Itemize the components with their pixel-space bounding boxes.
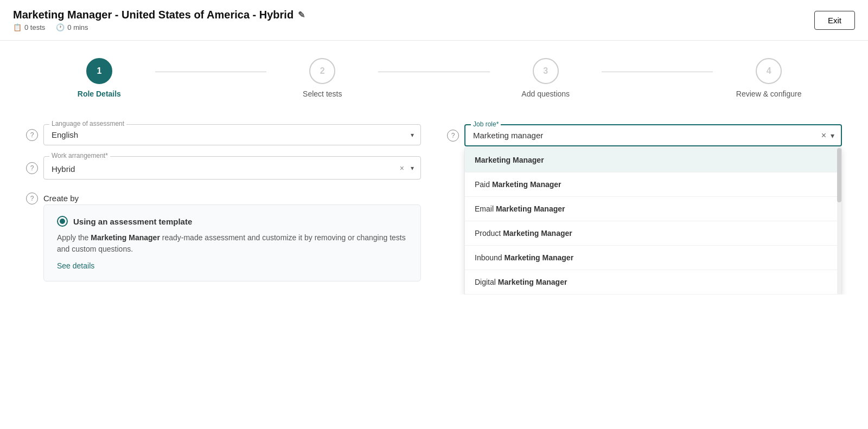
dropdown-item-2[interactable]: Paid Marketing Manager	[465, 172, 841, 197]
language-select[interactable]: English	[52, 128, 413, 139]
step-2-number: 2	[320, 66, 325, 76]
language-help-icon[interactable]: ?	[26, 129, 38, 141]
connector-2-3	[378, 72, 490, 72]
dropdown-item-6[interactable]: Digital Marketing Manager	[465, 270, 841, 294]
item-5-bold: Marketing Manager	[505, 253, 574, 262]
step-4[interactable]: 4 Review & configure	[713, 58, 825, 98]
help-icon-text-2: ?	[30, 164, 34, 172]
step-4-number: 4	[767, 66, 771, 76]
work-arrangement-row: ? Work arrangement* Hybrid × ▾	[26, 156, 421, 180]
item-4-bold: Marketing Manager	[503, 229, 572, 238]
language-label: Language of assessment	[49, 120, 126, 127]
item-6-prefix: Digital	[475, 278, 498, 286]
step-1[interactable]: 1 Role Details	[43, 58, 155, 98]
create-by-row: ? Create by	[26, 193, 421, 204]
template-label: Using an assessment template	[73, 217, 192, 226]
edit-title-icon[interactable]: ✎	[298, 10, 305, 20]
help-icon-text: ?	[30, 131, 34, 139]
step-1-number: 1	[97, 66, 101, 76]
item-2-prefix: Paid	[475, 180, 492, 189]
dropdown-item-4[interactable]: Product Marketing Manager	[465, 221, 841, 246]
header-meta: 📋 0 tests 🕐 0 mins	[13, 23, 305, 31]
item-6-bold: Marketing Manager	[498, 278, 567, 286]
tests-count-label: 0 tests	[24, 23, 45, 31]
step-3[interactable]: 3 Add questions	[490, 58, 602, 98]
step-1-label: Role Details	[78, 89, 121, 98]
job-role-clear-icon[interactable]: ×	[821, 131, 826, 140]
work-help-icon[interactable]: ?	[26, 162, 38, 174]
scrollbar-track	[837, 148, 841, 294]
template-card: Using an assessment template Apply the M…	[43, 204, 421, 281]
step-1-circle: 1	[86, 58, 112, 84]
help-icon-text-4: ?	[451, 132, 455, 139]
scrollbar-thumb[interactable]	[837, 148, 841, 202]
create-by-label: Create by	[43, 193, 79, 203]
step-2[interactable]: 2 Select tests	[266, 58, 378, 98]
job-role-dropdown: Marketing Manager Paid Marketing Manager…	[464, 148, 842, 294]
step-3-number: 3	[543, 66, 548, 76]
tests-count: 📋 0 tests	[13, 23, 45, 31]
step-3-circle: 3	[533, 58, 559, 84]
job-role-field: Job role* × ▾	[464, 124, 842, 146]
tests-icon: 📋	[13, 23, 22, 31]
clock-icon: 🕐	[56, 23, 65, 31]
left-column: ? Language of assessment English ▾ ? Wor…	[26, 124, 421, 281]
dropdown-item-5[interactable]: Inbound Marketing Manager	[465, 246, 841, 270]
work-arrangement-label: Work arrangement*	[49, 152, 110, 159]
header-left: Marketing Manager - United States of Ame…	[13, 9, 305, 31]
dropdown-item-1[interactable]: Marketing Manager	[465, 148, 841, 172]
template-description: Apply the Marketing Manager ready-made a…	[57, 232, 407, 255]
desc-prefix: Apply the	[57, 233, 91, 242]
page-header: Marketing Manager - United States of Ame…	[0, 0, 868, 41]
job-role-actions: × ▾	[821, 131, 834, 140]
connector-3-4	[602, 72, 713, 72]
duration-label: 0 mins	[67, 23, 88, 31]
language-row: ? Language of assessment English ▾	[26, 124, 421, 145]
item-2-bold: Marketing Manager	[492, 180, 561, 189]
item-5-prefix: Inbound	[475, 253, 505, 262]
step-2-circle: 2	[309, 58, 335, 84]
exit-button[interactable]: Exit	[814, 11, 855, 30]
item-4-prefix: Product	[475, 229, 503, 238]
work-arrangement-field: Work arrangement* Hybrid × ▾	[43, 156, 421, 180]
job-role-dropdown-arrow: ▾	[831, 131, 834, 140]
title-text: Marketing Manager - United States of Ame…	[13, 9, 293, 21]
create-by-section: ? Create by Using an assessment template…	[26, 190, 421, 281]
create-by-help-icon[interactable]: ?	[26, 193, 38, 204]
template-header: Using an assessment template	[57, 216, 407, 227]
job-role-input[interactable]	[473, 129, 833, 140]
job-role-label: Job role*	[471, 120, 501, 128]
work-arrangement-value: Hybrid	[52, 162, 75, 174]
item-3-bold: Marketing Manager	[496, 204, 565, 213]
step-2-label: Select tests	[303, 89, 342, 98]
item-1-text: Marketing Manager	[475, 156, 544, 164]
dropdown-item-3[interactable]: Email Marketing Manager	[465, 197, 841, 221]
stepper: 1 Role Details 2 Select tests 3 Add ques…	[0, 41, 868, 111]
step-4-circle: 4	[756, 58, 782, 84]
connector-1-2	[155, 72, 267, 72]
right-column: ? Job role* × ▾ Marketing Manager	[447, 124, 842, 281]
page-title: Marketing Manager - United States of Ame…	[13, 9, 305, 21]
radio-dot	[60, 219, 65, 224]
help-icon-text-3: ?	[30, 195, 34, 202]
template-radio[interactable]	[57, 216, 68, 227]
desc-bold: Marketing Manager	[91, 233, 160, 242]
language-field: Language of assessment English ▾	[43, 124, 421, 145]
see-details-link[interactable]: See details	[57, 261, 94, 270]
job-role-container: Job role* × ▾ Marketing Manager Paid	[464, 124, 842, 146]
step-3-label: Add questions	[521, 89, 570, 98]
step-4-label: Review & configure	[736, 89, 802, 98]
job-role-help-icon[interactable]: ?	[447, 130, 459, 142]
duration: 🕐 0 mins	[56, 23, 88, 31]
job-role-row: ? Job role* × ▾ Marketing Manager	[447, 124, 842, 146]
main-content: ? Language of assessment English ▾ ? Wor…	[0, 111, 868, 294]
item-3-prefix: Email	[475, 204, 496, 213]
dropdown-scroll-container: Marketing Manager Paid Marketing Manager…	[465, 148, 841, 294]
work-arrangement-clear[interactable]: ×	[400, 164, 404, 172]
